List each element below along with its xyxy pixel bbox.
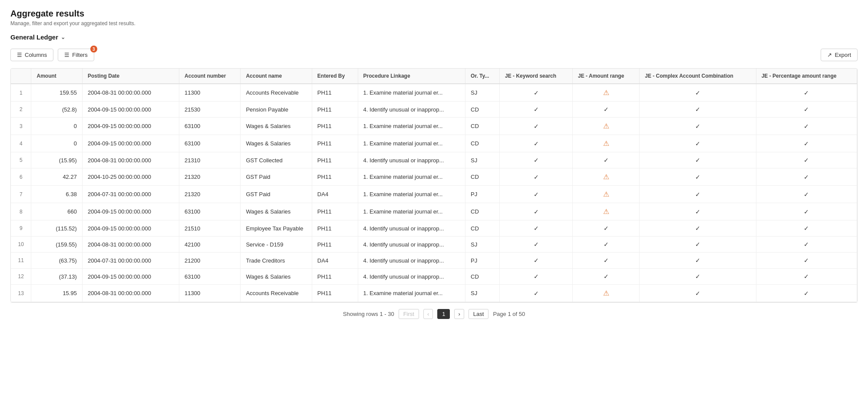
page-title: Aggregate results xyxy=(10,9,858,19)
cell-je-pct: ✓ xyxy=(756,186,857,203)
cell-or-type: CD xyxy=(465,118,500,135)
check-icon: ✓ xyxy=(804,106,809,113)
cell-posting-date: 2004-09-15 00:00:00.000 xyxy=(82,135,179,152)
cell-account-name: Employee Tax Payable xyxy=(241,220,312,237)
cell-je-keyword: ✓ xyxy=(500,84,573,102)
pagination-last-button[interactable]: Last xyxy=(469,309,489,319)
cell-procedure-linkage: 4. Identify unusual or inapprop... xyxy=(358,237,465,253)
col-header-procedure-linkage[interactable]: Procedure Linkage xyxy=(358,69,465,84)
columns-label: Columns xyxy=(25,52,47,58)
filters-button-wrapper: ☰ Filters 3 xyxy=(58,49,94,61)
row-number: 6 xyxy=(11,168,31,186)
cell-procedure-linkage: 4. Identify unusual or inapprop... xyxy=(358,102,465,118)
cell-entered-by: PH11 xyxy=(312,84,358,102)
cell-account-number: 11300 xyxy=(179,285,241,302)
cell-or-type: PJ xyxy=(465,253,500,269)
table-row: 76.382004-07-31 00:00:00.00021320GST Pai… xyxy=(11,186,857,203)
columns-button[interactable]: ☰ Columns xyxy=(10,49,53,61)
cell-amount: (159.55) xyxy=(31,237,82,253)
cell-je-complex: ✓ xyxy=(640,220,756,237)
check-icon: ✓ xyxy=(604,273,609,280)
cell-or-type: CD xyxy=(465,168,500,186)
col-header-je-complex[interactable]: JE - Complex Account Combination xyxy=(640,69,756,84)
table-row: 302004-09-15 00:00:00.00063100Wages & Sa… xyxy=(11,118,857,135)
export-button[interactable]: ↗ Export xyxy=(821,49,858,61)
pagination-first-button[interactable]: First xyxy=(399,309,419,319)
cell-posting-date: 2004-09-15 00:00:00.000 xyxy=(82,269,179,285)
check-icon: ✓ xyxy=(534,290,539,297)
cell-je-complex: ✓ xyxy=(640,269,756,285)
col-header-or-type[interactable]: Or. Ty... xyxy=(465,69,500,84)
cell-account-name: Service - D159 xyxy=(241,237,312,253)
filters-button[interactable]: ☰ Filters 3 xyxy=(58,49,94,61)
table-row: 642.272004-10-25 00:00:00.00021320GST Pa… xyxy=(11,168,857,186)
check-icon: ✓ xyxy=(695,225,700,232)
warning-icon: ⚠ xyxy=(603,140,609,147)
cell-posting-date: 2004-07-31 00:00:00.000 xyxy=(82,253,179,269)
cell-account-number: 11300 xyxy=(179,84,241,102)
cell-je-amount-range: ✓ xyxy=(573,237,640,253)
row-number: 9 xyxy=(11,220,31,237)
check-icon: ✓ xyxy=(695,89,700,96)
pagination-prev-button[interactable]: ‹ xyxy=(423,309,433,319)
check-icon: ✓ xyxy=(604,257,609,264)
cell-procedure-linkage: 1. Examine material journal er... xyxy=(358,118,465,135)
cell-amount: 15.95 xyxy=(31,285,82,302)
cell-procedure-linkage: 1. Examine material journal er... xyxy=(358,84,465,102)
cell-amount: 159.55 xyxy=(31,84,82,102)
table-row: 1315.952004-08-31 00:00:00.00011300Accou… xyxy=(11,285,857,302)
col-header-entered-by[interactable]: Entered By xyxy=(312,69,358,84)
check-icon: ✓ xyxy=(695,174,700,181)
table-row: 10(159.55)2004-08-31 00:00:00.00042100Se… xyxy=(11,237,857,253)
check-icon: ✓ xyxy=(695,273,700,280)
cell-or-type: SJ xyxy=(465,152,500,168)
cell-posting-date: 2004-09-15 00:00:00.000 xyxy=(82,203,179,220)
ledger-selector[interactable]: General Ledger ⌄ xyxy=(10,33,858,41)
check-icon: ✓ xyxy=(804,191,809,198)
cell-posting-date: 2004-08-31 00:00:00.000 xyxy=(82,285,179,302)
cell-je-complex: ✓ xyxy=(640,285,756,302)
check-icon: ✓ xyxy=(534,225,539,232)
table-row: 5(15.95)2004-08-31 00:00:00.00021310GST … xyxy=(11,152,857,168)
col-header-je-keyword[interactable]: JE - Keyword search xyxy=(500,69,573,84)
table-row: 9(115.52)2004-09-15 00:00:00.00021510Emp… xyxy=(11,220,857,237)
cell-amount: (15.95) xyxy=(31,152,82,168)
check-icon: ✓ xyxy=(695,290,700,297)
cell-procedure-linkage: 1. Examine material journal er... xyxy=(358,285,465,302)
col-header-account-name[interactable]: Account name xyxy=(241,69,312,84)
cell-or-type: PJ xyxy=(465,186,500,203)
row-number: 5 xyxy=(11,152,31,168)
check-icon: ✓ xyxy=(804,123,809,130)
cell-je-pct: ✓ xyxy=(756,220,857,237)
warning-icon: ⚠ xyxy=(603,191,609,198)
check-icon: ✓ xyxy=(804,273,809,280)
cell-posting-date: 2004-09-15 00:00:00.000 xyxy=(82,118,179,135)
col-header-je-pct[interactable]: JE - Percentage amount range xyxy=(756,69,857,84)
cell-je-keyword: ✓ xyxy=(500,285,573,302)
toolbar: ☰ Columns ☰ Filters 3 ↗ Export xyxy=(10,49,858,61)
check-icon: ✓ xyxy=(695,191,700,198)
check-icon: ✓ xyxy=(695,106,700,113)
check-icon: ✓ xyxy=(534,123,539,130)
export-label: Export xyxy=(835,52,851,58)
cell-je-keyword: ✓ xyxy=(500,135,573,152)
table-body: 1159.552004-08-31 00:00:00.00011300Accou… xyxy=(11,84,857,302)
table-row: 11(63.75)2004-07-31 00:00:00.00021200Tra… xyxy=(11,253,857,269)
cell-amount: (52.8) xyxy=(31,102,82,118)
col-header-account-number[interactable]: Account number xyxy=(179,69,241,84)
col-header-amount[interactable]: Amount xyxy=(31,69,82,84)
check-icon: ✓ xyxy=(804,225,809,232)
cell-entered-by: PH11 xyxy=(312,168,358,186)
page-container: Aggregate results Manage, filter and exp… xyxy=(0,0,868,334)
cell-procedure-linkage: 4. Identify unusual or inapprop... xyxy=(358,253,465,269)
cell-je-complex: ✓ xyxy=(640,203,756,220)
cell-je-keyword: ✓ xyxy=(500,269,573,285)
col-header-posting-date[interactable]: Posting Date xyxy=(82,69,179,84)
cell-account-name: GST Paid xyxy=(241,186,312,203)
col-header-je-amount-range[interactable]: JE - Amount range xyxy=(573,69,640,84)
cell-or-type: SJ xyxy=(465,84,500,102)
table-wrapper: Amount Posting Date Account number Accou… xyxy=(10,68,858,302)
check-icon: ✓ xyxy=(604,241,609,248)
pagination-next-button[interactable]: › xyxy=(454,309,464,319)
pagination-page-1-button[interactable]: 1 xyxy=(437,309,450,319)
